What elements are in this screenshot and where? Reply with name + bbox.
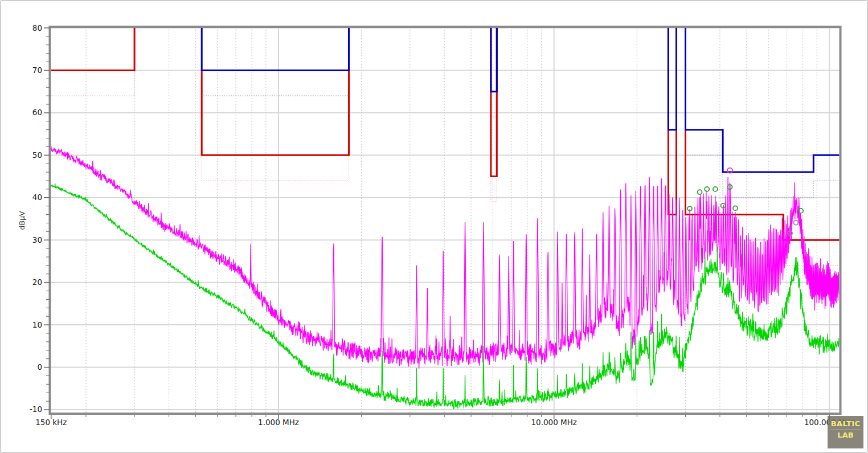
spectrum-traces	[51, 146, 840, 409]
y-tick-label: 0	[37, 362, 42, 372]
y-tick-label: 60	[32, 108, 42, 117]
y-tick-label: 70	[32, 66, 42, 75]
baltic-lab-watermark: BALTIC LAB	[828, 416, 863, 448]
y-tick-label: -10	[30, 405, 42, 414]
watermark-text-baltic: BALTIC	[828, 419, 863, 428]
x-tick-label: 10.000 MHz	[531, 418, 576, 427]
watermark-text-lab: LAB	[828, 431, 863, 439]
y-axis-title: dBµV	[18, 211, 26, 230]
measurement-point	[698, 190, 702, 194]
y-tick-label: 20	[32, 277, 42, 287]
y-tick-label: 10	[32, 320, 42, 329]
y-tick-label: 80	[32, 23, 42, 32]
x-tick-label: 150 kHz	[35, 418, 67, 427]
y-tick-label: 40	[32, 193, 42, 202]
measurement-point	[705, 187, 709, 191]
emc-measurement-window: 80706050403020100-10150 kHz1.000 MHz10.0…	[0, 0, 868, 453]
measurement-markers	[687, 168, 803, 236]
measurement-point	[713, 187, 718, 191]
measurement-point	[793, 221, 798, 225]
y-tick-label: 30	[32, 235, 42, 244]
limit-line-quasi-peak-limit-blue	[202, 15, 840, 172]
measurement-point	[733, 206, 738, 210]
plot-frame	[50, 27, 841, 414]
plot-border	[50, 27, 841, 414]
limit-line-average-limit-blue-dotted	[202, 70, 840, 197]
x-tick-label: 1.000 MHz	[258, 418, 299, 427]
emi-spectrum-plot: 80706050403020100-10150 kHz1.000 MHz10.0…	[1, 1, 868, 453]
watermark-divider	[830, 430, 861, 430]
peak-trace	[51, 146, 840, 369]
y-tick-label: 50	[32, 150, 42, 160]
limit-line-quasi-peak-limit-red	[51, 15, 841, 240]
